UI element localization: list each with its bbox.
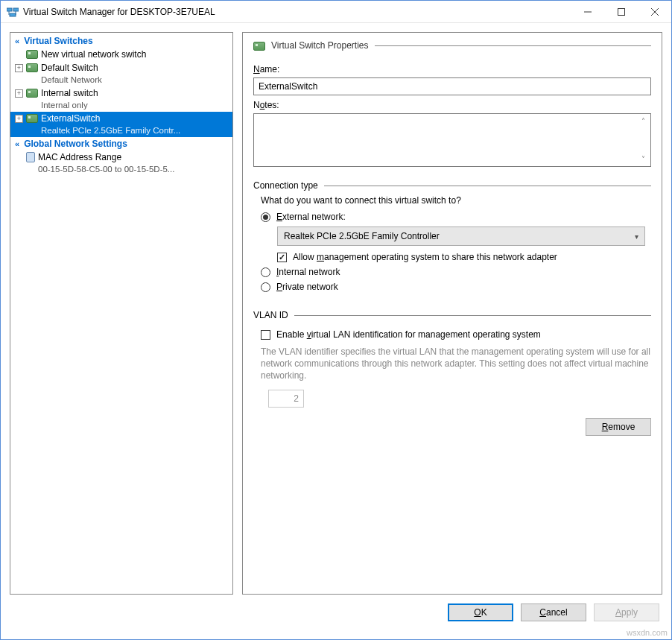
radio-private-network[interactable]: Private network — [261, 282, 651, 292]
checkbox-enable-vlan[interactable]: Enable virtual LAN identification for ma… — [261, 329, 651, 340]
item-label: Default Switch — [41, 62, 102, 74]
sidebar-item-external-switch[interactable]: + ExternalSwitch Realtek PCIe 2.5GbE Fam… — [10, 112, 232, 137]
window-title: Virtual Switch Manager for DESKTOP-3E7UE… — [23, 7, 571, 17]
chevron-up-icon: « — [15, 139, 19, 148]
nic-icon — [253, 42, 265, 51]
minimize-button[interactable] — [571, 1, 604, 22]
chevron-down-icon: ▾ — [635, 232, 638, 241]
group-title: Global Network Settings — [24, 139, 127, 149]
name-label: Name: — [253, 64, 651, 75]
checkbox-label: Allow management operating system to sha… — [293, 252, 557, 262]
sidebar-item-default-switch[interactable]: + Default Switch Default Network — [10, 61, 232, 86]
notes-input[interactable]: ˄ ˅ — [253, 113, 651, 167]
checkbox-label: Enable virtual LAN identification for ma… — [276, 329, 541, 340]
ok-button[interactable]: OK — [448, 603, 513, 621]
apply-button[interactable]: Apply — [594, 603, 659, 621]
connection-type-group: Connection type What do you want to conn… — [253, 180, 651, 297]
vlan-group: VLAN ID Enable virtual LAN identificatio… — [253, 310, 651, 408]
radio-internal-network[interactable]: Internal network — [261, 267, 651, 277]
scroll-down-icon[interactable]: ˅ — [638, 153, 649, 165]
radio-icon — [261, 267, 270, 277]
group-title: Virtual Switches — [24, 36, 92, 46]
nic-icon — [26, 114, 38, 123]
tree: « Virtual Switches New virtual network s… — [10, 33, 232, 177]
divider — [294, 315, 651, 316]
window-frame: Virtual Switch Manager for DESKTOP-3E7UE… — [0, 0, 672, 640]
sidebar-item-new-switch[interactable]: New virtual network switch — [10, 48, 232, 61]
group-title: VLAN ID — [253, 310, 288, 320]
radio-icon — [261, 212, 270, 222]
nic-icon — [26, 50, 38, 59]
sidebar: « Virtual Switches New virtual network s… — [10, 32, 233, 595]
item-sublabel: Realtek PCIe 2.5GbE Family Contr... — [41, 124, 180, 136]
cancel-button[interactable]: Cancel — [521, 603, 586, 621]
properties-panel: Virtual Switch Properties Name: Notes: ˄… — [242, 32, 662, 595]
radio-icon — [261, 282, 270, 292]
item-sublabel: Internal only — [41, 99, 98, 111]
client-area: « Virtual Switches New virtual network s… — [1, 23, 671, 639]
titlebar: Virtual Switch Manager for DESKTOP-3E7UE… — [1, 1, 671, 23]
scroll-up-icon[interactable]: ˄ — [638, 115, 649, 127]
name-input[interactable] — [253, 77, 651, 95]
expander-icon[interactable]: + — [15, 115, 23, 123]
item-label: New virtual network switch — [41, 48, 146, 60]
svg-rect-6 — [618, 8, 624, 15]
divider — [324, 186, 651, 186]
item-label: Internal switch — [41, 87, 98, 99]
item-sublabel: Default Network — [41, 74, 102, 86]
external-adapter-dropdown[interactable]: Realtek PCIe 2.5GbE Family Controller ▾ — [277, 226, 645, 246]
radio-external-network[interactable]: External network: — [261, 212, 651, 222]
divider — [375, 45, 652, 46]
group-header-virtual-switches[interactable]: « Virtual Switches — [10, 34, 232, 48]
checkbox-icon — [261, 330, 270, 340]
chevron-up-icon: « — [15, 37, 19, 45]
item-sublabel: 00-15-5D-58-C5-00 to 00-15-5D-5... — [38, 163, 174, 175]
content-split: « Virtual Switches New virtual network s… — [10, 32, 662, 595]
mac-range-icon — [26, 152, 35, 162]
dropdown-value: Realtek PCIe 2.5GbE Family Controller — [284, 231, 440, 241]
svg-rect-2 — [10, 13, 16, 16]
radio-label: External network: — [276, 212, 346, 222]
vlan-id-input[interactable] — [268, 390, 304, 408]
item-label: MAC Address Range — [38, 151, 174, 163]
radio-label: Private network — [276, 282, 338, 292]
svg-rect-0 — [7, 8, 12, 11]
remove-button[interactable]: Remove — [586, 418, 651, 436]
nic-icon — [26, 63, 38, 72]
notes-label: Notes: — [253, 100, 651, 110]
panel-header: Virtual Switch Properties — [253, 40, 651, 51]
app-icon — [7, 6, 19, 18]
expander-icon[interactable]: + — [15, 64, 23, 72]
maximize-button[interactable] — [604, 1, 638, 22]
sidebar-item-internal-switch[interactable]: + Internal switch Internal only — [10, 86, 232, 112]
group-title: Connection type — [253, 180, 318, 191]
close-button[interactable] — [638, 1, 671, 22]
watermark: wsxdn.com — [627, 628, 668, 637]
expander-placeholder — [15, 51, 23, 59]
checkbox-icon — [277, 253, 287, 262]
group-header-global-settings[interactable]: « Global Network Settings — [10, 137, 232, 151]
svg-rect-1 — [13, 8, 19, 11]
item-label: ExternalSwitch — [41, 113, 180, 124]
radio-label: Internal network — [276, 267, 340, 277]
sidebar-item-mac-range[interactable]: MAC Address Range 00-15-5D-58-C5-00 to 0… — [10, 151, 232, 176]
expander-icon[interactable]: + — [15, 89, 23, 98]
expander-placeholder — [15, 153, 23, 162]
dialog-footer: OK Cancel Apply — [10, 595, 662, 630]
checkbox-allow-management-os[interactable]: Allow management operating system to sha… — [277, 252, 651, 262]
nic-icon — [26, 89, 38, 98]
connection-prompt: What do you want to connect this virtual… — [261, 195, 651, 206]
vlan-description: The VLAN identifier specifies the virtua… — [261, 346, 651, 382]
panel-title: Virtual Switch Properties — [271, 40, 369, 51]
